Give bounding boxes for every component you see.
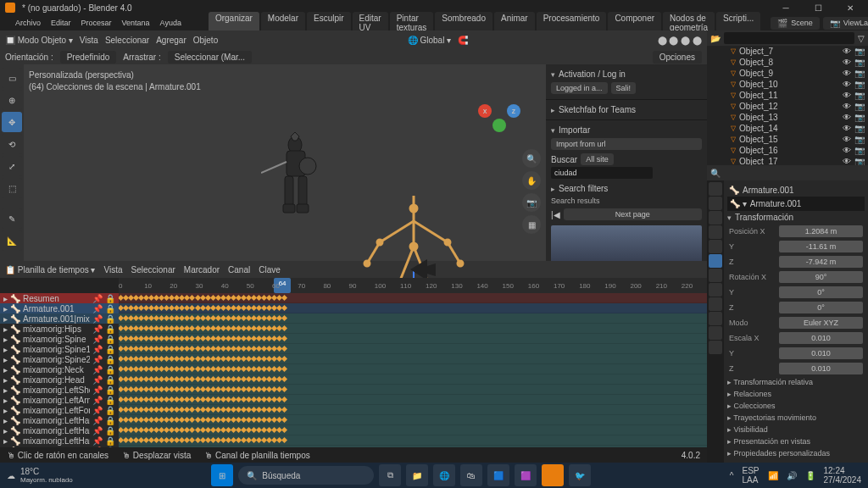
store-icon[interactable]: 🛍 xyxy=(460,464,482,486)
pos-x[interactable]: 1.2084 m xyxy=(779,225,863,237)
orient-preset[interactable]: Predefinido xyxy=(60,51,117,64)
channel-row[interactable]: ▸🦴mixamorig:LeftArm📌🔒 xyxy=(0,395,119,405)
vp-menu-object[interactable]: Objeto xyxy=(193,36,218,45)
minimize-button[interactable]: ─ xyxy=(773,3,798,13)
channel-row[interactable]: ▸🦴mixamorig:Hips📌🔒 xyxy=(0,324,119,334)
tab-viewlayer[interactable] xyxy=(709,211,722,225)
tab-world[interactable] xyxy=(709,240,722,253)
tab-render-props[interactable] xyxy=(709,182,722,196)
prop-section[interactable]: ▸ Relaciones xyxy=(727,388,865,400)
options-button[interactable]: Opciones xyxy=(653,51,702,64)
vp-menu-select[interactable]: Seleccionar xyxy=(105,36,149,45)
channel-row[interactable]: ▸🦴mixamorig:Neck📌🔒 xyxy=(0,364,119,374)
site-filter[interactable]: All site xyxy=(581,153,614,165)
timeline-ruler[interactable]: 64 0102030405060708090100110120130140150… xyxy=(119,278,707,293)
outliner-item[interactable]: ▽Object_8👁📷 xyxy=(707,57,868,68)
explorer-icon[interactable]: 📁 xyxy=(406,464,428,486)
prop-section[interactable]: ▸ Visibilidad xyxy=(727,424,865,435)
outliner-item[interactable]: ▽Object_9👁📷 xyxy=(707,68,868,79)
menu-edit[interactable]: Editar xyxy=(51,19,71,27)
prop-section[interactable]: ▸ Trayectorias movimiento xyxy=(727,412,865,424)
tl-marker[interactable]: Marcador xyxy=(184,265,220,274)
channel-row[interactable]: ▸🦴mixamorig:Spine📌🔒 xyxy=(0,334,119,344)
tab-object[interactable] xyxy=(709,254,722,268)
menu-render[interactable]: Procesar xyxy=(81,19,112,27)
channel-row[interactable]: ▸🦴mixamorig:Head📌🔒 xyxy=(0,374,119,385)
sca-z[interactable]: 0.010 xyxy=(779,363,863,374)
channel-row[interactable]: ▸🦴Armature.001📌🔒 xyxy=(0,303,119,313)
rot-y[interactable]: 0° xyxy=(779,286,863,298)
object-name[interactable]: Armature.001 xyxy=(743,186,794,195)
nav-gizmo[interactable]: X Z xyxy=(478,90,520,132)
prop-section[interactable]: ▸ Presentación en vistas xyxy=(727,435,865,447)
perspective-icon[interactable]: ▦ xyxy=(522,215,541,234)
pos-z[interactable]: -7.942 m xyxy=(779,256,863,268)
tool-annotate[interactable]: ✎ xyxy=(2,208,22,229)
axis-y-icon[interactable] xyxy=(492,119,506,132)
prop-section[interactable]: ▸ Transformación relativa xyxy=(727,376,865,388)
next-page-button[interactable]: Next page xyxy=(564,208,702,220)
channel-row[interactable]: ▸🦴mixamorig:Spine2📌🔒 xyxy=(0,354,119,364)
tab-constraints[interactable] xyxy=(709,312,722,325)
channel-row[interactable]: ▸🦴mixamorig:Spine1📌🔒 xyxy=(0,344,119,354)
mode-selector[interactable]: 🔲 Modo Objeto ▾ xyxy=(5,36,73,45)
tool-cursor[interactable]: ⊕ xyxy=(2,90,22,110)
sf-filters[interactable]: ▸ Search filters xyxy=(551,182,702,195)
outliner-item[interactable]: ▽Object_13👁📷 xyxy=(707,112,868,123)
viewlayer-selector[interactable]: 📷 ViewLayer xyxy=(823,17,868,30)
close-button[interactable]: ✕ xyxy=(837,3,863,13)
axis-x-icon[interactable]: X xyxy=(478,104,492,118)
outliner-item[interactable]: ▽Object_12👁📷 xyxy=(707,101,868,112)
pan-icon[interactable]: ✋ xyxy=(522,171,541,190)
tab-output[interactable] xyxy=(709,197,722,210)
sf-header-auth[interactable]: ▾ Activation / Log in xyxy=(551,68,702,80)
tab-scene[interactable] xyxy=(709,225,722,239)
tl-view[interactable]: Vista xyxy=(104,265,123,274)
filter-icon[interactable]: ▽ xyxy=(858,34,865,43)
outliner-item[interactable]: ▽Object_16👁📷 xyxy=(707,145,868,156)
zoom-icon[interactable]: 🔍 xyxy=(522,149,541,168)
keyframe-area[interactable] xyxy=(119,293,707,447)
channel-row[interactable]: ▸🦴mixamorig:LeftSho📌🔒 xyxy=(0,385,119,395)
sf-teams[interactable]: ▸ Sketchfab for Teams xyxy=(551,103,702,116)
outliner-item[interactable]: ▽Object_7👁📷 xyxy=(707,46,868,57)
snap-icon[interactable]: 🧲 xyxy=(458,36,468,45)
tl-select[interactable]: Seleccionar xyxy=(131,265,175,274)
orientation-selector[interactable]: 🌐 Global ▾ xyxy=(408,36,451,45)
outliner-item[interactable]: ▽Object_14👁📷 xyxy=(707,123,868,134)
camera-icon[interactable]: 📷 xyxy=(522,193,541,212)
transform-header[interactable]: ▾ Transformación xyxy=(727,211,865,224)
app-icon-1[interactable]: 🟦 xyxy=(487,464,509,486)
maximize-button[interactable]: ☐ xyxy=(805,3,831,13)
sca-x[interactable]: 0.010 xyxy=(779,332,863,344)
vp-menu-view[interactable]: Vista xyxy=(80,36,98,45)
tab-modifiers[interactable] xyxy=(709,269,722,282)
battery-icon[interactable]: 🔋 xyxy=(805,471,815,480)
datablock-name[interactable]: Armature.001 xyxy=(750,199,802,208)
edge-icon[interactable]: 🌐 xyxy=(433,464,455,486)
tab-physics[interactable] xyxy=(709,297,722,311)
channel-row[interactable]: ▸🦴mixamorig:LeftHan📌🔒 xyxy=(0,425,119,435)
tool-move[interactable]: ✥ xyxy=(2,112,22,132)
drag-select[interactable]: Seleccionar (Mar... xyxy=(168,51,252,64)
task-view-icon[interactable]: ⧉ xyxy=(379,464,401,486)
channel-row[interactable]: ▸🦴mixamorig:LeftHan📌🔒 xyxy=(0,415,119,425)
channel-row[interactable]: ▸🦴mixamorig:LeftHan📌🔒 xyxy=(0,435,119,446)
app-icon-2[interactable]: 🟪 xyxy=(515,464,537,486)
outliner-search[interactable] xyxy=(724,32,854,44)
tab-particles[interactable] xyxy=(709,283,722,297)
menu-help[interactable]: Ayuda xyxy=(160,19,181,27)
3d-viewport[interactable]: Personalizada (perspectiva) (64) Colecci… xyxy=(24,64,546,261)
import-url-button[interactable]: Import from url xyxy=(551,138,702,150)
tool-transform[interactable]: ⬚ xyxy=(2,178,22,198)
channel-row[interactable]: ▸🦴Armature.001|mixamo.com|L...📌🔒 xyxy=(0,313,119,324)
wifi-icon[interactable]: 📶 xyxy=(768,471,778,480)
rot-z[interactable]: 0° xyxy=(779,302,863,313)
tab-bone[interactable] xyxy=(709,341,722,354)
tool-scale[interactable]: ⤢ xyxy=(2,156,22,176)
channel-row[interactable]: ▸🦴Resumen📌🔒 xyxy=(0,293,119,303)
tool-rotate[interactable]: ⟲ xyxy=(2,134,22,154)
scene-selector[interactable]: 🎬 Scene xyxy=(771,17,820,30)
outliner-type-icon[interactable]: 📂 xyxy=(710,34,721,43)
rot-x[interactable]: 90° xyxy=(779,271,863,283)
